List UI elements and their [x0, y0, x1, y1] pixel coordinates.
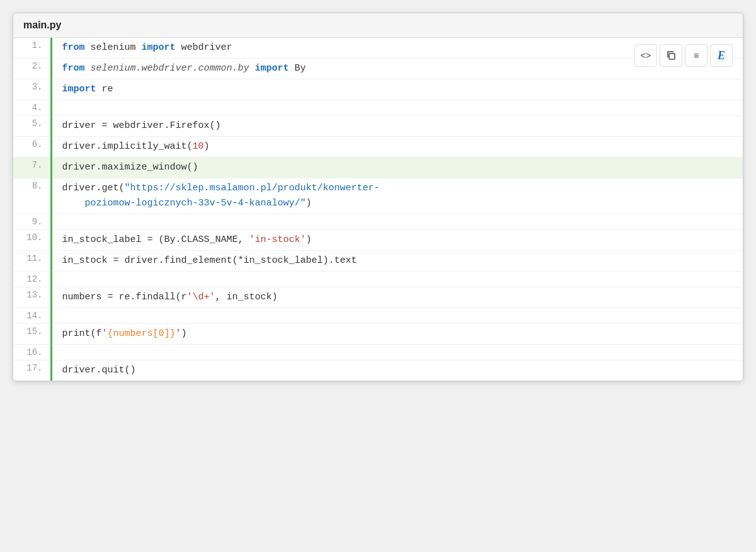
- line-number: 2.: [13, 59, 51, 79]
- line-number: 5.: [13, 116, 51, 137]
- line-number: 17.: [13, 360, 51, 381]
- table-row: 14.: [13, 308, 743, 324]
- title-bar: main.py: [13, 13, 743, 38]
- line-number: 9.: [13, 214, 51, 230]
- line-code: in_stock = driver.find_element(*in_stock…: [51, 251, 743, 272]
- table-row: 12.: [13, 272, 743, 287]
- line-code: driver.implicitly_wait(10): [51, 137, 743, 158]
- table-row: 17. driver.quit(): [13, 360, 743, 381]
- window-title: main.py: [23, 20, 733, 31]
- toolbar: <> ≡ E: [634, 44, 733, 67]
- format-button[interactable]: ≡: [685, 44, 707, 67]
- table-row: 10. in_stock_label = (By.CLASS_NAME, 'in…: [13, 230, 743, 251]
- code-window: main.py <> ≡ E 1. from selenium import w…: [13, 13, 743, 381]
- code-view-button[interactable]: <>: [634, 44, 657, 67]
- line-number: 6.: [13, 137, 51, 158]
- table-row: 7. driver.maximize_window(): [13, 158, 743, 178]
- line-number: 4.: [13, 100, 51, 116]
- line-code: driver = webdriver.Firefox(): [51, 116, 743, 137]
- line-number: 15.: [13, 324, 51, 345]
- table-row: 1. from selenium import webdriver: [13, 38, 743, 59]
- line-code: [51, 214, 743, 230]
- line-number: 14.: [13, 308, 51, 324]
- line-code: print(f'{numbers[0]}'): [51, 324, 743, 345]
- table-row: 16.: [13, 345, 743, 360]
- table-row: 6. driver.implicitly_wait(10): [13, 137, 743, 158]
- svg-rect-0: [669, 54, 675, 59]
- line-code: [51, 272, 743, 287]
- copy-button[interactable]: [660, 44, 682, 67]
- line-number: 8.: [13, 178, 51, 214]
- line-number: 3.: [13, 79, 51, 100]
- line-code: driver.get("https://sklep.msalamon.pl/pr…: [51, 178, 743, 214]
- line-code: import re: [51, 79, 743, 100]
- table-row: 11. in_stock = driver.find_element(*in_s…: [13, 251, 743, 272]
- line-code: [51, 100, 743, 116]
- table-row: 4.: [13, 100, 743, 116]
- line-number: 10.: [13, 230, 51, 251]
- line-code: in_stock_label = (By.CLASS_NAME, 'in-sto…: [51, 230, 743, 251]
- line-code: [51, 345, 743, 360]
- line-code: numbers = re.findall(r'\d+', in_stock): [51, 287, 743, 308]
- line-number: 1.: [13, 38, 51, 59]
- table-row: 5. driver = webdriver.Firefox(): [13, 116, 743, 137]
- line-code: driver.quit(): [51, 360, 743, 381]
- code-area: <> ≡ E 1. from selenium import webdriver: [13, 38, 743, 381]
- table-row: 15. print(f'{numbers[0]}'): [13, 324, 743, 345]
- line-number: 7.: [13, 158, 51, 178]
- table-row: 2. from selenium.webdriver.common.by imp…: [13, 59, 743, 79]
- italic-button[interactable]: E: [710, 44, 733, 67]
- line-code: [51, 308, 743, 324]
- line-number: 16.: [13, 345, 51, 360]
- table-row: 3. import re: [13, 79, 743, 100]
- line-number: 12.: [13, 272, 51, 287]
- line-number: 11.: [13, 251, 51, 272]
- line-number: 13.: [13, 287, 51, 308]
- table-row: 13. numbers = re.findall(r'\d+', in_stoc…: [13, 287, 743, 308]
- table-row: 8. driver.get("https://sklep.msalamon.pl…: [13, 178, 743, 214]
- table-row: 9.: [13, 214, 743, 230]
- code-table: 1. from selenium import webdriver 2. fro…: [13, 38, 743, 381]
- line-code: driver.maximize_window(): [51, 158, 743, 178]
